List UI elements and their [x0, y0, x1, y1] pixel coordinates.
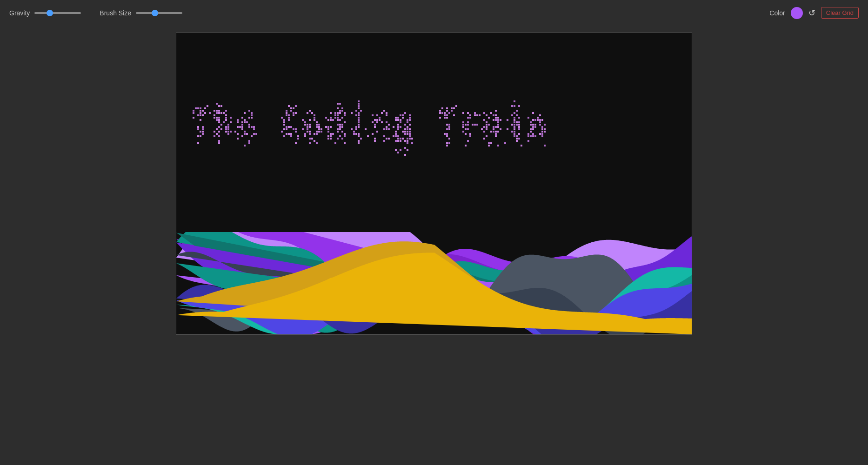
clear-grid-button[interactable]: Clear Grid [821, 7, 859, 19]
gravity-control: Gravity [9, 9, 81, 17]
brush-size-slider[interactable] [136, 12, 182, 14]
right-controls: Color ↺ Clear Grid [769, 7, 859, 19]
pixel-art-layer [176, 33, 692, 233]
color-picker-button[interactable] [791, 7, 803, 19]
terrain-layer [176, 232, 692, 334]
gravity-label: Gravity [9, 9, 30, 17]
brush-size-label: Brush Size [100, 9, 131, 17]
brush-size-control: Brush Size [100, 9, 182, 17]
toolbar: Gravity Brush Size Color ↺ Clear Grid [0, 0, 868, 26]
color-label: Color [769, 9, 785, 17]
simulation-canvas[interactable] [176, 33, 692, 335]
reset-button[interactable]: ↺ [808, 8, 815, 18]
gravity-slider[interactable] [34, 12, 81, 14]
canvas-container [0, 26, 868, 335]
